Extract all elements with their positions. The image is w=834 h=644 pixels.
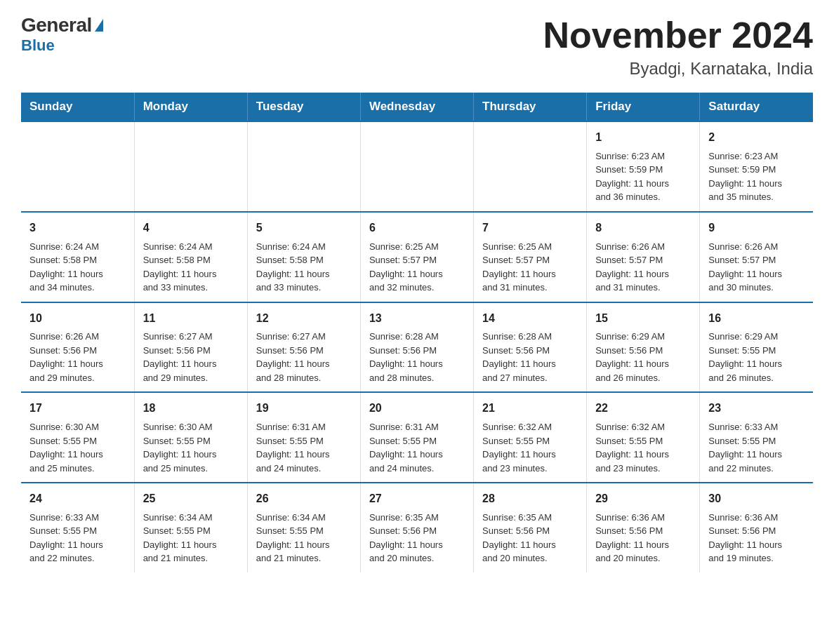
day-info: Sunrise: 6:32 AMSunset: 5:55 PMDaylight:… bbox=[595, 420, 691, 475]
page-header: General Blue November 2024 Byadgi, Karna… bbox=[21, 14, 813, 79]
day-number: 14 bbox=[482, 310, 578, 328]
day-info: Sunrise: 6:36 AMSunset: 5:56 PMDaylight:… bbox=[595, 511, 691, 565]
calendar-week-row: 17Sunrise: 6:30 AMSunset: 5:55 PMDayligh… bbox=[21, 392, 813, 483]
day-number: 9 bbox=[708, 220, 805, 237]
calendar-cell: 27Sunrise: 6:35 AMSunset: 5:56 PMDayligh… bbox=[360, 483, 473, 572]
calendar-cell: 26Sunrise: 6:34 AMSunset: 5:55 PMDayligh… bbox=[247, 483, 360, 572]
calendar-cell: 21Sunrise: 6:32 AMSunset: 5:55 PMDayligh… bbox=[474, 392, 587, 483]
location-subtitle: Byadgi, Karnataka, India bbox=[543, 59, 813, 79]
calendar-cell: 23Sunrise: 6:33 AMSunset: 5:55 PMDayligh… bbox=[700, 392, 813, 483]
day-number: 21 bbox=[482, 400, 578, 417]
calendar-cell: 9Sunrise: 6:26 AMSunset: 5:57 PMDaylight… bbox=[700, 212, 813, 302]
calendar-cell: 7Sunrise: 6:25 AMSunset: 5:57 PMDaylight… bbox=[474, 212, 587, 302]
day-info: Sunrise: 6:27 AMSunset: 5:56 PMDaylight:… bbox=[143, 330, 239, 384]
calendar-cell bbox=[360, 121, 473, 212]
logo-general-text: General bbox=[21, 14, 92, 36]
day-number: 5 bbox=[256, 220, 352, 237]
weekday-header-tuesday: Tuesday bbox=[247, 93, 360, 121]
day-number: 4 bbox=[143, 220, 239, 237]
day-info: Sunrise: 6:34 AMSunset: 5:55 PMDaylight:… bbox=[143, 511, 239, 565]
day-info: Sunrise: 6:24 AMSunset: 5:58 PMDaylight:… bbox=[143, 240, 239, 295]
day-info: Sunrise: 6:33 AMSunset: 5:55 PMDaylight:… bbox=[708, 420, 805, 475]
day-info: Sunrise: 6:30 AMSunset: 5:55 PMDaylight:… bbox=[29, 420, 126, 475]
day-info: Sunrise: 6:23 AMSunset: 5:59 PMDaylight:… bbox=[708, 149, 805, 204]
calendar-cell: 12Sunrise: 6:27 AMSunset: 5:56 PMDayligh… bbox=[247, 302, 360, 393]
day-number: 22 bbox=[595, 400, 691, 417]
day-info: Sunrise: 6:24 AMSunset: 5:58 PMDaylight:… bbox=[29, 240, 126, 295]
logo-blue-text: Blue bbox=[21, 36, 55, 55]
calendar-week-row: 1Sunrise: 6:23 AMSunset: 5:59 PMDaylight… bbox=[21, 121, 813, 212]
calendar-cell: 22Sunrise: 6:32 AMSunset: 5:55 PMDayligh… bbox=[587, 392, 700, 483]
calendar-cell: 25Sunrise: 6:34 AMSunset: 5:55 PMDayligh… bbox=[134, 483, 247, 572]
day-info: Sunrise: 6:27 AMSunset: 5:56 PMDaylight:… bbox=[256, 330, 352, 384]
day-info: Sunrise: 6:25 AMSunset: 5:57 PMDaylight:… bbox=[482, 240, 578, 295]
calendar-cell: 19Sunrise: 6:31 AMSunset: 5:55 PMDayligh… bbox=[247, 392, 360, 483]
day-info: Sunrise: 6:26 AMSunset: 5:57 PMDaylight:… bbox=[595, 240, 691, 295]
day-number: 17 bbox=[29, 400, 126, 417]
calendar-cell: 28Sunrise: 6:35 AMSunset: 5:56 PMDayligh… bbox=[474, 483, 587, 572]
day-info: Sunrise: 6:28 AMSunset: 5:56 PMDaylight:… bbox=[369, 330, 465, 384]
day-number: 1 bbox=[595, 129, 691, 147]
day-info: Sunrise: 6:29 AMSunset: 5:55 PMDaylight:… bbox=[708, 330, 805, 384]
day-info: Sunrise: 6:26 AMSunset: 5:56 PMDaylight:… bbox=[29, 330, 126, 384]
calendar-cell: 20Sunrise: 6:31 AMSunset: 5:55 PMDayligh… bbox=[360, 392, 473, 483]
day-number: 28 bbox=[482, 490, 578, 508]
day-number: 15 bbox=[595, 310, 691, 328]
day-info: Sunrise: 6:30 AMSunset: 5:55 PMDaylight:… bbox=[143, 420, 239, 475]
day-info: Sunrise: 6:24 AMSunset: 5:58 PMDaylight:… bbox=[256, 240, 352, 295]
day-number: 16 bbox=[708, 310, 805, 328]
month-year-title: November 2024 bbox=[543, 14, 813, 56]
calendar-cell: 17Sunrise: 6:30 AMSunset: 5:55 PMDayligh… bbox=[21, 392, 134, 483]
calendar-cell: 15Sunrise: 6:29 AMSunset: 5:56 PMDayligh… bbox=[587, 302, 700, 393]
calendar-cell: 29Sunrise: 6:36 AMSunset: 5:56 PMDayligh… bbox=[587, 483, 700, 572]
day-info: Sunrise: 6:33 AMSunset: 5:55 PMDaylight:… bbox=[29, 511, 126, 565]
calendar-cell bbox=[474, 121, 587, 212]
calendar-cell: 3Sunrise: 6:24 AMSunset: 5:58 PMDaylight… bbox=[21, 212, 134, 302]
calendar-header: SundayMondayTuesdayWednesdayThursdayFrid… bbox=[21, 93, 813, 121]
day-number: 25 bbox=[143, 490, 239, 508]
day-info: Sunrise: 6:36 AMSunset: 5:56 PMDaylight:… bbox=[708, 511, 805, 565]
day-number: 11 bbox=[143, 310, 239, 328]
day-number: 3 bbox=[29, 220, 126, 237]
day-number: 7 bbox=[482, 220, 578, 237]
day-number: 20 bbox=[369, 400, 465, 417]
day-number: 27 bbox=[369, 490, 465, 508]
day-info: Sunrise: 6:26 AMSunset: 5:57 PMDaylight:… bbox=[708, 240, 805, 295]
calendar-cell bbox=[247, 121, 360, 212]
day-info: Sunrise: 6:23 AMSunset: 5:59 PMDaylight:… bbox=[595, 149, 691, 204]
weekday-header-friday: Friday bbox=[587, 93, 700, 121]
day-number: 2 bbox=[708, 129, 805, 147]
day-info: Sunrise: 6:35 AMSunset: 5:56 PMDaylight:… bbox=[369, 511, 465, 565]
day-number: 8 bbox=[595, 220, 691, 237]
calendar-cell: 11Sunrise: 6:27 AMSunset: 5:56 PMDayligh… bbox=[134, 302, 247, 393]
calendar-body: 1Sunrise: 6:23 AMSunset: 5:59 PMDaylight… bbox=[21, 121, 813, 572]
day-number: 26 bbox=[256, 490, 352, 508]
day-info: Sunrise: 6:34 AMSunset: 5:55 PMDaylight:… bbox=[256, 511, 352, 565]
title-block: November 2024 Byadgi, Karnataka, India bbox=[543, 14, 813, 79]
calendar-cell: 18Sunrise: 6:30 AMSunset: 5:55 PMDayligh… bbox=[134, 392, 247, 483]
day-number: 18 bbox=[143, 400, 239, 417]
calendar-table: SundayMondayTuesdayWednesdayThursdayFrid… bbox=[21, 93, 813, 572]
calendar-cell: 4Sunrise: 6:24 AMSunset: 5:58 PMDaylight… bbox=[134, 212, 247, 302]
calendar-cell bbox=[134, 121, 247, 212]
day-info: Sunrise: 6:28 AMSunset: 5:56 PMDaylight:… bbox=[482, 330, 578, 384]
day-info: Sunrise: 6:35 AMSunset: 5:56 PMDaylight:… bbox=[482, 511, 578, 565]
calendar-week-row: 3Sunrise: 6:24 AMSunset: 5:58 PMDaylight… bbox=[21, 212, 813, 302]
calendar-cell: 2Sunrise: 6:23 AMSunset: 5:59 PMDaylight… bbox=[700, 121, 813, 212]
weekday-header-saturday: Saturday bbox=[700, 93, 813, 121]
day-number: 19 bbox=[256, 400, 352, 417]
day-number: 10 bbox=[29, 310, 126, 328]
logo-triangle-icon bbox=[95, 19, 103, 32]
day-number: 23 bbox=[708, 400, 805, 417]
day-number: 30 bbox=[708, 490, 805, 508]
day-info: Sunrise: 6:31 AMSunset: 5:55 PMDaylight:… bbox=[369, 420, 465, 475]
day-info: Sunrise: 6:31 AMSunset: 5:55 PMDaylight:… bbox=[256, 420, 352, 475]
weekday-header-row: SundayMondayTuesdayWednesdayThursdayFrid… bbox=[21, 93, 813, 121]
calendar-cell bbox=[21, 121, 134, 212]
weekday-header-monday: Monday bbox=[134, 93, 247, 121]
calendar-cell: 24Sunrise: 6:33 AMSunset: 5:55 PMDayligh… bbox=[21, 483, 134, 572]
day-number: 24 bbox=[29, 490, 126, 508]
calendar-cell: 5Sunrise: 6:24 AMSunset: 5:58 PMDaylight… bbox=[247, 212, 360, 302]
calendar-cell: 1Sunrise: 6:23 AMSunset: 5:59 PMDaylight… bbox=[587, 121, 700, 212]
weekday-header-sunday: Sunday bbox=[21, 93, 134, 121]
